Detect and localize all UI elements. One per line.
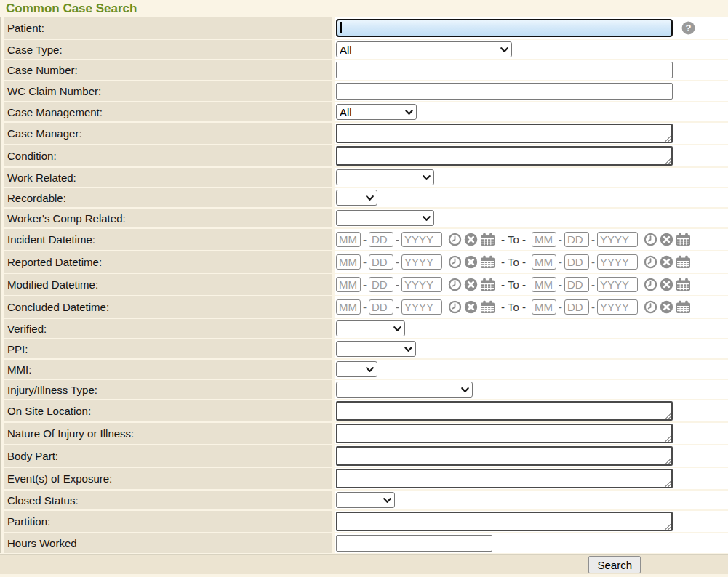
date-range-separator: - To - xyxy=(501,278,526,291)
clock-icon[interactable] xyxy=(448,255,462,269)
closed-status-input-cell xyxy=(335,491,728,509)
case-manager-label: Case Manager: xyxy=(4,123,332,144)
modified-datetime-from-year-input[interactable] xyxy=(401,277,442,292)
concluded-datetime-from-year-input[interactable] xyxy=(401,299,442,315)
wc-claim-number-input[interactable] xyxy=(336,83,673,100)
events-of-exposure-textarea[interactable] xyxy=(336,469,673,488)
concluded-datetime-to-year-input[interactable] xyxy=(597,299,638,315)
search-form: Patient:?Case Type:AllCase Number:WC Cla… xyxy=(0,17,728,553)
workers-comp-related-select[interactable] xyxy=(336,210,434,226)
closed-status-select[interactable] xyxy=(336,492,395,508)
nature-of-injury-or-illness-input-cell xyxy=(335,423,728,444)
hours-worked-input[interactable] xyxy=(336,535,492,552)
help-icon[interactable]: ? xyxy=(681,21,695,35)
clock-icon[interactable] xyxy=(644,278,657,291)
date-field-separator: - xyxy=(363,278,367,291)
mmi-select[interactable] xyxy=(336,361,377,377)
wc-claim-number-input-cell xyxy=(335,81,728,101)
clear-icon[interactable] xyxy=(464,255,478,269)
case-manager-textarea[interactable] xyxy=(336,124,673,143)
resize-grip-icon[interactable] xyxy=(664,480,671,487)
calendar-icon[interactable] xyxy=(676,300,691,314)
incident-datetime-to-day-input[interactable] xyxy=(564,232,589,247)
calendar-icon[interactable] xyxy=(480,233,495,246)
modified-datetime-to-month-input[interactable] xyxy=(532,277,556,292)
case-management-select[interactable]: All xyxy=(336,104,417,120)
clear-icon[interactable] xyxy=(660,233,673,246)
resize-grip-icon[interactable] xyxy=(664,457,671,464)
calendar-icon[interactable] xyxy=(480,255,495,269)
reported-datetime-from-year-input[interactable] xyxy=(401,254,442,270)
date-field-separator: - xyxy=(591,233,595,246)
partition-textarea[interactable] xyxy=(336,512,673,531)
clear-icon[interactable] xyxy=(660,300,673,314)
modified-datetime-to-day-input[interactable] xyxy=(564,277,589,292)
reported-datetime-to-year-input[interactable] xyxy=(597,254,638,270)
resize-grip-icon[interactable] xyxy=(664,435,671,442)
clear-icon[interactable] xyxy=(464,278,478,291)
condition-textarea[interactable] xyxy=(336,146,673,166)
concluded-datetime-to-day-input[interactable] xyxy=(564,299,589,315)
incident-datetime-to-month-input[interactable] xyxy=(532,232,556,247)
injury-illness-type-select[interactable] xyxy=(336,382,473,398)
concluded-datetime-to-month-input[interactable] xyxy=(532,299,556,315)
body-part-input-cell xyxy=(335,445,728,467)
calendar-icon[interactable] xyxy=(676,278,691,291)
resize-grip-icon[interactable] xyxy=(664,522,671,530)
case-number-input[interactable] xyxy=(336,62,673,78)
recordable-select[interactable] xyxy=(336,190,377,206)
clock-icon[interactable] xyxy=(644,255,657,269)
clear-icon[interactable] xyxy=(660,255,673,269)
incident-datetime-from-month-input[interactable] xyxy=(336,232,361,247)
modified-datetime-from-month-input[interactable] xyxy=(336,277,361,292)
form-row-hours-worked: Hours Worked xyxy=(4,533,728,553)
resize-grip-icon[interactable] xyxy=(664,134,671,142)
calendar-icon[interactable] xyxy=(480,278,495,291)
clock-icon[interactable] xyxy=(448,278,462,291)
reported-datetime-from-day-input[interactable] xyxy=(369,254,393,270)
clear-icon[interactable] xyxy=(464,300,478,314)
body-part-textarea[interactable] xyxy=(336,446,673,466)
clock-icon[interactable] xyxy=(448,300,462,314)
patient-input[interactable] xyxy=(336,19,673,37)
calendar-icon[interactable] xyxy=(676,233,691,246)
recordable-label: Recordable: xyxy=(4,188,332,207)
nature-of-injury-or-illness-textarea[interactable] xyxy=(336,424,673,443)
work-related-select[interactable] xyxy=(336,169,434,185)
incident-datetime-input-cell: --- To --- xyxy=(335,229,728,250)
incident-datetime-from-day-input[interactable] xyxy=(369,232,393,247)
modified-datetime-from-date-group: -- xyxy=(336,277,495,292)
clock-icon[interactable] xyxy=(644,233,657,246)
resize-grip-icon[interactable] xyxy=(664,157,671,164)
page-title: Common Case Search xyxy=(6,1,137,16)
reported-datetime-to-day-input[interactable] xyxy=(564,254,589,270)
incident-datetime-from-year-input[interactable] xyxy=(401,232,442,247)
modified-datetime-from-day-input[interactable] xyxy=(369,277,393,292)
concluded-datetime-from-month-input[interactable] xyxy=(336,299,361,315)
calendar-icon[interactable] xyxy=(676,255,691,269)
date-field-separator: - xyxy=(559,301,562,313)
clear-icon[interactable] xyxy=(660,278,673,291)
modified-datetime-input-cell: --- To --- xyxy=(335,274,728,295)
concluded-datetime-from-day-input[interactable] xyxy=(369,299,393,315)
case-type-select[interactable]: All xyxy=(336,41,512,57)
incident-datetime-to-year-input[interactable] xyxy=(597,232,638,247)
incident-datetime-label: Incident Datetime: xyxy=(4,229,332,250)
panel-header: Common Case Search xyxy=(0,0,728,17)
workers-comp-related-label: Worker's Comp Related: xyxy=(4,209,332,227)
clock-icon[interactable] xyxy=(448,233,462,246)
on-site-location-textarea[interactable] xyxy=(336,401,673,421)
clock-icon[interactable] xyxy=(644,300,657,314)
reported-datetime-from-month-input[interactable] xyxy=(336,254,361,270)
calendar-icon[interactable] xyxy=(480,300,495,314)
form-row-recordable: Recordable: xyxy=(4,188,728,207)
modified-datetime-to-year-input[interactable] xyxy=(597,277,638,292)
work-related-input-cell xyxy=(335,168,728,187)
search-button[interactable]: Search xyxy=(588,556,641,573)
reported-datetime-to-month-input[interactable] xyxy=(532,254,556,270)
resize-grip-icon[interactable] xyxy=(664,412,671,419)
concluded-datetime-input-cell: --- To --- xyxy=(335,296,728,318)
verified-select[interactable] xyxy=(336,320,405,336)
clear-icon[interactable] xyxy=(464,233,478,246)
ppi-select[interactable] xyxy=(336,341,416,357)
